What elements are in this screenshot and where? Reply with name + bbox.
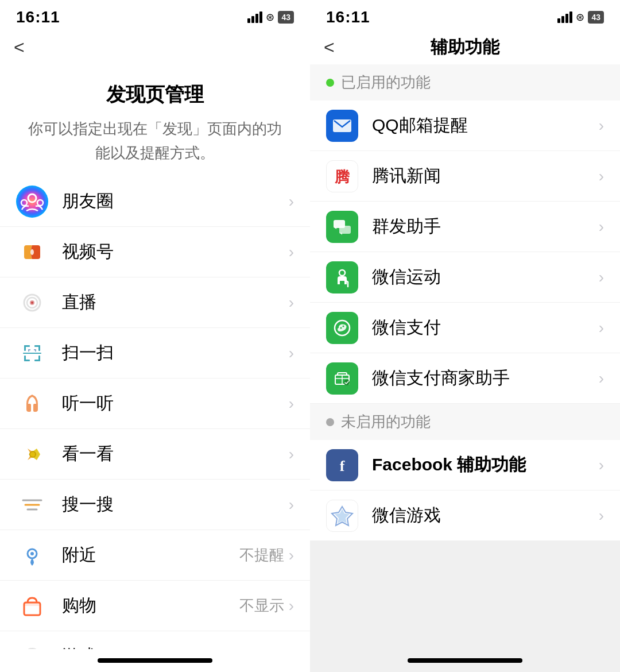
menu-item-game[interactable]: 游戏 不显示 › [0, 631, 310, 649]
chevron-live: › [289, 293, 294, 312]
battery-right: 43 [588, 11, 604, 24]
acc-chevron-tencent-news: › [599, 167, 604, 186]
facebook-icon: f [326, 449, 358, 481]
home-indicator-right [310, 649, 620, 672]
live-icon [16, 287, 48, 319]
right-panel: 16:11 ⊛ 43 < 辅助功能 已启用的功能 [310, 0, 620, 672]
acc-chevron-qq-mail: › [599, 117, 604, 135]
menu-item-nearby[interactable]: 附近 不提醒 › [0, 530, 310, 581]
wechat-merchant-icon [326, 362, 358, 395]
svg-rect-20 [23, 353, 41, 354]
acc-label-tencent-news: 腾讯新闻 [372, 164, 599, 188]
chevron-nearby: › [289, 546, 294, 565]
menu-label-friends-circle: 朋友圈 [62, 190, 289, 213]
time-left: 16:11 [16, 8, 60, 26]
time-right: 16:11 [326, 8, 370, 26]
menu-item-look[interactable]: 看一看 › [0, 429, 310, 480]
menu-label-nearby: 附近 [62, 543, 239, 567]
look-icon [16, 438, 48, 470]
dot-disabled [326, 418, 334, 426]
left-panel: 16:11 ⊛ 43 < 发现页管理 你可以指定出现在「发现」页面内的功能以及提… [0, 0, 310, 672]
menu-label-video: 视频号 [62, 240, 289, 264]
menu-item-live[interactable]: 直播 › [0, 277, 310, 328]
enabled-list: QQ邮箱提醒 › 腾 腾讯新闻 › [310, 101, 620, 404]
chevron-shopping: › [289, 597, 294, 615]
back-button-left[interactable]: < [14, 38, 25, 56]
video-icon [16, 236, 48, 268]
nearby-icon [16, 539, 48, 571]
acc-item-wechat-pay[interactable]: 微信支付 › [310, 303, 620, 353]
acc-item-facebook[interactable]: f Facebook 辅助功能 › [310, 440, 620, 491]
discover-subtitle: 你可以指定出现在「发现」页面内的功能以及提醒方式。 [23, 117, 287, 165]
svg-rect-21 [16, 388, 48, 420]
chevron-scan: › [289, 344, 294, 362]
signal-icon-left [247, 11, 262, 23]
menu-label-live: 直播 [62, 291, 289, 314]
acc-label-wechat-game: 微信游戏 [372, 504, 599, 527]
section-header-enabled: 已启用的功能 [310, 64, 620, 101]
shopping-icon [16, 590, 48, 622]
acc-chevron-wechat-sport: › [599, 268, 604, 287]
menu-item-scan[interactable]: 扫一扫 › [0, 328, 310, 379]
acc-item-wechat-sport[interactable]: 微信运动 › [310, 252, 620, 303]
status-bar-left: 16:11 ⊛ 43 [0, 0, 310, 32]
svg-rect-13 [24, 345, 26, 351]
acc-label-group-send: 群发助手 [372, 215, 599, 238]
menu-item-friends-circle[interactable]: 朋友圈 › [0, 176, 310, 227]
menu-label-scan: 扫一扫 [62, 341, 289, 365]
back-button-right[interactable]: < [324, 38, 335, 56]
svg-rect-17 [24, 356, 26, 361]
status-bar-right: 16:11 ⊛ 43 [310, 0, 620, 32]
page-title-right: 辅助功能 [431, 36, 499, 59]
svg-point-5 [30, 249, 34, 255]
menu-sub-shopping: 不显示 [239, 596, 284, 616]
menu-sub-game: 不显示 [239, 646, 284, 649]
chevron-listen: › [289, 395, 294, 413]
menu-item-listen[interactable]: 听一听 › [0, 379, 310, 429]
acc-item-wechat-game[interactable]: 微信游戏 › [310, 491, 620, 541]
acc-item-wechat-merchant[interactable]: 微信支付商家助手 › [310, 353, 620, 404]
chevron-video: › [289, 243, 294, 261]
acc-item-group-send[interactable]: 群发助手 › [310, 202, 620, 252]
menu-item-search-feature[interactable]: 搜一搜 › [0, 480, 310, 530]
acc-item-tencent-news[interactable]: 腾 腾讯新闻 › [310, 151, 620, 202]
acc-chevron-wechat-merchant: › [599, 369, 604, 388]
home-bar-right [408, 658, 522, 663]
group-send-icon [326, 211, 358, 243]
qq-mail-icon [326, 110, 358, 142]
svg-point-48 [343, 325, 344, 327]
svg-rect-34 [24, 603, 40, 606]
menu-item-video[interactable]: 视频号 › [0, 227, 310, 277]
acc-label-facebook: Facebook 辅助功能 [372, 453, 599, 477]
chevron-look: › [289, 445, 294, 464]
svg-rect-44 [339, 226, 351, 234]
chevron-friends-circle: › [289, 192, 294, 211]
disabled-list: f Facebook 辅助功能 › 微信游戏 › [310, 440, 620, 541]
acc-chevron-wechat-pay: › [599, 319, 604, 337]
menu-item-shopping[interactable]: 购物 不显示 › [0, 581, 310, 631]
listen-icon [16, 388, 48, 420]
home-bar-left [98, 658, 212, 663]
acc-chevron-group-send: › [599, 218, 604, 236]
svg-text:f: f [340, 458, 345, 474]
svg-rect-19 [38, 356, 40, 361]
wechat-sport-icon [326, 261, 358, 293]
svg-rect-15 [38, 345, 40, 351]
acc-label-wechat-merchant: 微信支付商家助手 [372, 366, 599, 390]
svg-text:腾: 腾 [334, 169, 350, 186]
tencent-news-icon: 腾 [326, 160, 358, 192]
svg-point-31 [30, 552, 34, 555]
menu-label-listen: 听一听 [62, 392, 289, 415]
signal-icon-right [557, 11, 572, 23]
battery-left: 43 [278, 11, 294, 24]
section-label-enabled: 已启用的功能 [341, 72, 431, 92]
acc-chevron-facebook: › [599, 456, 604, 474]
menu-sub-nearby: 不提醒 [239, 545, 284, 565]
discover-title: 发现页管理 [23, 82, 287, 108]
discover-header: 发现页管理 你可以指定出现在「发现」页面内的功能以及提醒方式。 [0, 64, 310, 176]
dot-enabled [326, 79, 334, 87]
chevron-game: › [289, 647, 294, 649]
acc-label-qq-mail: QQ邮箱提醒 [372, 114, 599, 137]
acc-item-qq-mail[interactable]: QQ邮箱提醒 › [310, 101, 620, 151]
acc-label-wechat-sport: 微信运动 [372, 265, 599, 289]
